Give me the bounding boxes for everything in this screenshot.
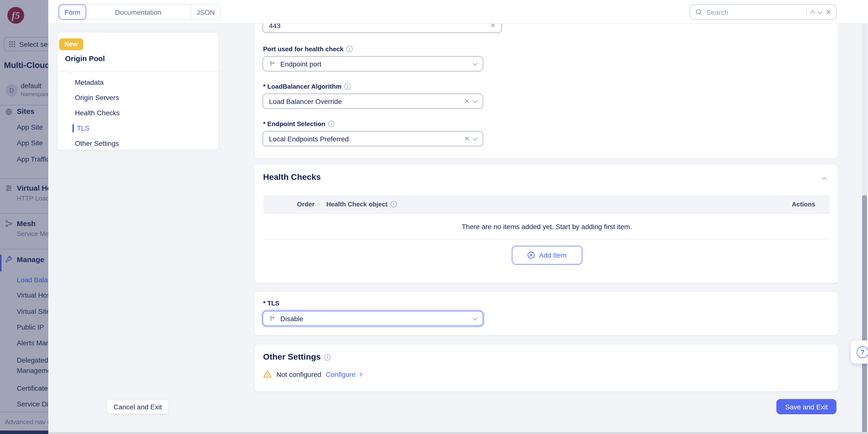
help-button[interactable] (851, 340, 868, 364)
form-nav-card: New Origin Pool Metadata Origin Servers … (57, 32, 219, 150)
other-settings-card: Other Settings Not configured Configure (254, 344, 838, 392)
info-icon[interactable] (344, 83, 351, 90)
cancel-and-exit-button[interactable]: Cancel and Exit (106, 399, 169, 414)
port-clear-icon[interactable] (490, 24, 496, 29)
health-check-port-label-text: Port used for health check (263, 45, 344, 53)
search-box (690, 4, 836, 20)
view-mode-tabs: Form Documentation JSON (59, 4, 221, 20)
tls-label-text: * TLS (263, 300, 279, 307)
search-input[interactable] (706, 8, 803, 16)
endpoint-selection-clear-icon[interactable] (464, 135, 469, 142)
search-icon (695, 8, 703, 16)
health-check-port-label: Port used for health check (263, 45, 353, 53)
other-settings-status-row: Not configured Configure (263, 370, 362, 378)
tab-form[interactable]: Form (59, 4, 86, 20)
form-nav-metadata[interactable]: Metadata (58, 75, 218, 90)
configure-link[interactable]: Configure (326, 370, 361, 378)
column-actions: Actions (792, 200, 815, 208)
search-next-icon[interactable] (817, 9, 823, 14)
column-health-check-object: Health Check object (327, 200, 388, 208)
horizontal-scrollbar[interactable] (48, 432, 868, 434)
left-sidebar: f5 Select service Multi-Cloud App Connec… (0, 0, 48, 434)
tab-documentation[interactable]: Documentation (86, 5, 191, 19)
vertical-scrollbar[interactable] (862, 24, 867, 434)
form-nav-items: Metadata Origin Servers Health Checks TL… (58, 75, 218, 151)
empty-table-message: There are no items added yet. Start by a… (264, 214, 830, 240)
port-input[interactable] (269, 24, 486, 29)
lb-algorithm-select[interactable]: Load Balancer Override (262, 94, 483, 109)
health-checks-title: Health Checks (263, 173, 321, 182)
search-close-icon[interactable] (826, 9, 831, 15)
health-check-port-select[interactable]: Endpoint port (262, 56, 483, 71)
tls-select[interactable]: Disable (262, 311, 483, 326)
chevron-down-icon (473, 135, 477, 141)
health-checks-table: Order Health Check object Actions There … (264, 195, 830, 271)
editor-toolbar: Form Documentation JSON (48, 0, 868, 24)
save-and-exit-button[interactable]: Save and Exit (776, 399, 836, 414)
form-nav-notch (66, 68, 73, 74)
tls-value: Disable (280, 314, 469, 322)
oneof-icon (269, 315, 276, 322)
form-nav-tls[interactable]: TLS (58, 121, 218, 136)
form-nav-origin-servers[interactable]: Origin Servers (58, 90, 218, 105)
search-divider (806, 8, 807, 16)
active-item-bar (72, 124, 74, 132)
lb-algorithm-clear-icon[interactable] (464, 98, 469, 104)
other-settings-title: Other Settings (263, 352, 331, 362)
form-title: Origin Pool (65, 54, 105, 63)
tab-json[interactable]: JSON (191, 5, 220, 19)
form-nav-tls-label: TLS (77, 124, 89, 132)
lb-algorithm-label: * LoadBalancer Algorithm (263, 83, 351, 90)
lb-algorithm-value: Load Balancer Override (269, 97, 460, 105)
collapse-section-icon[interactable] (822, 177, 827, 182)
info-icon[interactable] (391, 201, 397, 207)
search-prev-icon[interactable] (810, 10, 815, 15)
new-badge: New (59, 38, 83, 50)
form-nav-divider (58, 71, 218, 71)
pool-config-card: Port used for health check Endpoint port… (254, 24, 838, 159)
endpoint-selection-label: * Endpoint Selection (263, 120, 335, 128)
column-order: Order (297, 200, 314, 208)
health-checks-card: Health Checks Order Health Check object … (254, 164, 838, 283)
table-header-row: Order Health Check object Actions (264, 195, 830, 214)
configure-link-label: Configure (326, 370, 355, 378)
form-nav-health-checks[interactable]: Health Checks (58, 105, 218, 121)
port-field[interactable] (262, 24, 502, 33)
question-mark-icon (857, 346, 868, 358)
chevron-down-icon (473, 61, 477, 65)
origin-pool-editor: Form Documentation JSON New Origin Po (48, 0, 868, 434)
endpoint-selection-select[interactable]: Local Endpoints Preferred (262, 131, 483, 146)
vertical-scrollbar-thumb[interactable] (862, 195, 867, 434)
health-check-port-value: Endpoint port (280, 60, 469, 68)
chevron-right-icon (358, 372, 362, 376)
chevron-down-icon (473, 315, 477, 320)
add-item-label: Add Item (539, 251, 566, 259)
info-icon[interactable] (328, 121, 335, 127)
not-configured-text: Not configured (276, 370, 321, 378)
oneof-icon (269, 60, 276, 67)
plus-circle-icon (527, 251, 535, 259)
chevron-down-icon (473, 98, 477, 103)
other-settings-title-text: Other Settings (263, 352, 321, 362)
endpoint-selection-label-text: * Endpoint Selection (263, 120, 326, 128)
info-icon[interactable] (324, 354, 331, 360)
add-item-button[interactable]: Add Item (512, 246, 582, 265)
tls-card: * TLS Disable (254, 291, 838, 336)
warning-icon (263, 370, 272, 378)
tls-label: * TLS (263, 300, 279, 307)
add-item-row: Add Item (264, 240, 830, 271)
form-nav-other-settings[interactable]: Other Settings (58, 136, 218, 151)
endpoint-selection-value: Local Endpoints Preferred (269, 135, 460, 143)
modal-dim-overlay (0, 0, 48, 434)
lb-algorithm-label-text: * LoadBalancer Algorithm (263, 83, 341, 90)
info-icon[interactable] (346, 46, 353, 52)
app-root: f5 Select service Multi-Cloud App Connec… (0, 0, 868, 434)
